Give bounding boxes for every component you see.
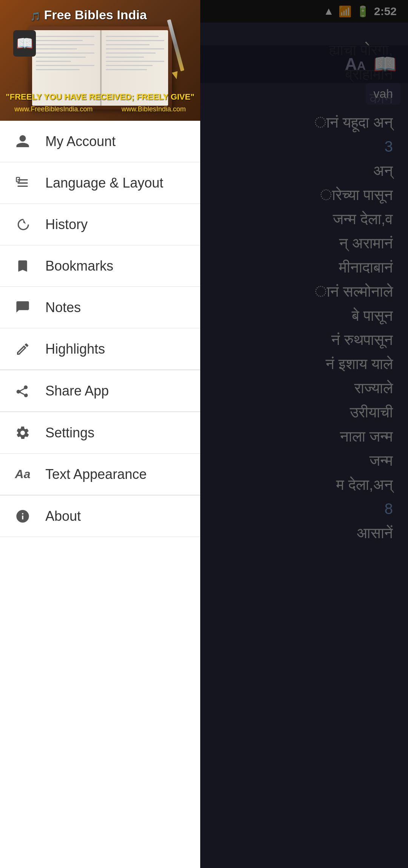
bookmarks-label: Bookmarks [45, 258, 113, 274]
header-quote: "FREELY YOU HAVE RECEIVED; FREELY GIVE" [0, 92, 200, 102]
text-appearance-label: Text Appearance [45, 466, 147, 482]
header-websites: www.FreeBiblesIndia.com www.BiblesIndia.… [0, 105, 200, 113]
share-app-label: Share App [45, 383, 109, 399]
info-icon [11, 505, 34, 528]
header-image [0, 0, 200, 121]
settings-icon [11, 422, 34, 444]
notes-icon [11, 296, 34, 319]
menu-item-history[interactable]: History [0, 204, 200, 245]
menu-item-settings[interactable]: Settings [0, 412, 200, 454]
drawer-header: 📖 🎵 Free Bibles India [0, 0, 200, 121]
highlights-label: Highlights [45, 341, 105, 357]
menu-item-text-appearance[interactable]: Aa Text Appearance [0, 454, 200, 495]
app-icon: 📖 [13, 30, 36, 57]
menu-item-about[interactable]: About [0, 496, 200, 537]
notes-label: Notes [45, 300, 81, 315]
navigation-drawer: 📖 🎵 Free Bibles India [0, 0, 200, 868]
settings-label: Settings [45, 425, 94, 441]
language-layout-label: Language & Layout [45, 175, 163, 191]
menu-item-highlights[interactable]: Highlights [0, 328, 200, 370]
highlight-icon [11, 338, 34, 360]
menu-item-notes[interactable]: Notes [0, 287, 200, 328]
text-appearance-icon: Aa [11, 463, 34, 486]
about-label: About [45, 508, 81, 524]
menu-item-language-layout[interactable]: Language & Layout [0, 162, 200, 204]
history-label: History [45, 217, 88, 232]
person-icon [11, 130, 34, 153]
menu-item-bookmarks[interactable]: Bookmarks [0, 245, 200, 287]
menu-item-share-app[interactable]: Share App [0, 370, 200, 412]
menu-item-my-account[interactable]: My Account [0, 121, 200, 162]
history-icon [11, 213, 34, 236]
share-icon [11, 380, 34, 402]
bookmark-icon [11, 255, 34, 277]
my-account-label: My Account [45, 134, 116, 149]
language-icon [11, 172, 34, 194]
